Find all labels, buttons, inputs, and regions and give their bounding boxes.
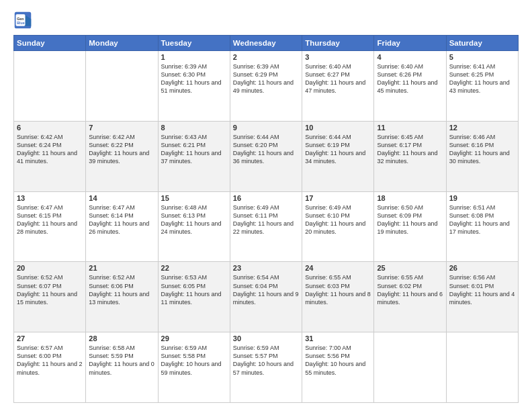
day-info: Sunrise: 6:39 AM Sunset: 6:29 PM Dayligh… [233,62,299,95]
calendar-cell: 24Sunrise: 6:55 AM Sunset: 6:03 PM Dayli… [302,262,374,332]
day-info: Sunrise: 6:44 AM Sunset: 6:19 PM Dayligh… [305,133,371,166]
day-number: 3 [305,53,371,61]
day-number: 9 [233,124,299,132]
calendar-cell: 5Sunrise: 6:41 AM Sunset: 6:25 PM Daylig… [446,51,518,122]
calendar-cell [86,51,158,122]
calendar-cell [446,332,518,403]
calendar-cell: 30Sunrise: 6:59 AM Sunset: 5:57 PM Dayli… [230,332,302,403]
calendar-cell: 29Sunrise: 6:59 AM Sunset: 5:58 PM Dayli… [158,332,230,403]
calendar-week-row: 27Sunrise: 6:57 AM Sunset: 6:00 PM Dayli… [14,332,519,403]
day-info: Sunrise: 6:50 AM Sunset: 6:09 PM Dayligh… [377,203,443,236]
calendar-cell: 1Sunrise: 6:39 AM Sunset: 6:30 PM Daylig… [158,51,230,122]
day-info: Sunrise: 6:46 AM Sunset: 6:16 PM Dayligh… [449,133,515,166]
day-number: 27 [17,334,83,342]
weekday-header: Sunday [14,36,86,51]
day-info: Sunrise: 6:56 AM Sunset: 6:01 PM Dayligh… [449,273,515,306]
calendar-cell: 20Sunrise: 6:52 AM Sunset: 6:07 PM Dayli… [14,262,86,332]
day-number: 14 [89,194,154,202]
day-info: Sunrise: 6:59 AM Sunset: 5:57 PM Dayligh… [233,344,299,377]
day-number: 7 [89,124,154,132]
day-number: 18 [377,194,443,202]
calendar-cell: 11Sunrise: 6:45 AM Sunset: 6:17 PM Dayli… [374,121,446,191]
day-number: 11 [377,124,443,132]
logo: Gen Blue [13,11,35,30]
calendar-cell: 8Sunrise: 6:43 AM Sunset: 6:21 PM Daylig… [158,121,230,191]
calendar-cell: 10Sunrise: 6:44 AM Sunset: 6:19 PM Dayli… [302,121,374,191]
day-info: Sunrise: 6:47 AM Sunset: 6:14 PM Dayligh… [89,203,154,236]
day-info: Sunrise: 6:57 AM Sunset: 6:00 PM Dayligh… [17,344,83,377]
logo-icon: Gen Blue [13,11,32,30]
day-info: Sunrise: 6:51 AM Sunset: 6:08 PM Dayligh… [449,203,515,236]
weekday-header: Friday [374,36,446,51]
day-number: 30 [233,334,299,342]
calendar-cell: 3Sunrise: 6:40 AM Sunset: 6:27 PM Daylig… [302,51,374,122]
calendar-cell: 28Sunrise: 6:58 AM Sunset: 5:59 PM Dayli… [86,332,158,403]
calendar-cell: 19Sunrise: 6:51 AM Sunset: 6:08 PM Dayli… [446,191,518,262]
day-info: Sunrise: 6:43 AM Sunset: 6:21 PM Dayligh… [161,133,227,166]
day-number: 21 [89,264,154,272]
calendar-cell: 15Sunrise: 6:48 AM Sunset: 6:13 PM Dayli… [158,191,230,262]
day-info: Sunrise: 6:42 AM Sunset: 6:24 PM Dayligh… [17,133,83,166]
page: Gen Blue SundayMondayTuesdayWednesdayThu… [0,0,532,411]
calendar-cell: 18Sunrise: 6:50 AM Sunset: 6:09 PM Dayli… [374,191,446,262]
calendar-week-row: 6Sunrise: 6:42 AM Sunset: 6:24 PM Daylig… [14,121,519,191]
header-row: SundayMondayTuesdayWednesdayThursdayFrid… [14,36,519,51]
day-number: 20 [17,264,83,272]
header: Gen Blue [13,11,519,30]
weekday-header: Tuesday [158,36,230,51]
day-number: 19 [449,194,515,202]
calendar-cell: 12Sunrise: 6:46 AM Sunset: 6:16 PM Dayli… [446,121,518,191]
day-info: Sunrise: 6:58 AM Sunset: 5:59 PM Dayligh… [89,344,154,377]
calendar-cell: 23Sunrise: 6:54 AM Sunset: 6:04 PM Dayli… [230,262,302,332]
day-number: 15 [161,194,227,202]
day-info: Sunrise: 6:52 AM Sunset: 6:06 PM Dayligh… [89,273,154,306]
day-info: Sunrise: 6:39 AM Sunset: 6:30 PM Dayligh… [161,62,227,95]
day-info: Sunrise: 6:49 AM Sunset: 6:10 PM Dayligh… [305,203,371,236]
calendar-cell: 26Sunrise: 6:56 AM Sunset: 6:01 PM Dayli… [446,262,518,332]
weekday-header: Saturday [446,36,518,51]
calendar-week-row: 13Sunrise: 6:47 AM Sunset: 6:15 PM Dayli… [14,191,519,262]
weekday-header: Wednesday [230,36,302,51]
weekday-header: Monday [86,36,158,51]
day-info: Sunrise: 6:53 AM Sunset: 6:05 PM Dayligh… [161,273,227,306]
day-number: 17 [305,194,371,202]
day-number: 12 [449,124,515,132]
calendar-cell: 7Sunrise: 6:42 AM Sunset: 6:22 PM Daylig… [86,121,158,191]
day-number: 1 [161,53,227,61]
day-number: 22 [161,264,227,272]
calendar-cell: 9Sunrise: 6:44 AM Sunset: 6:20 PM Daylig… [230,121,302,191]
calendar-cell: 31Sunrise: 7:00 AM Sunset: 5:56 PM Dayli… [302,332,374,403]
day-info: Sunrise: 6:49 AM Sunset: 6:11 PM Dayligh… [233,203,299,236]
calendar-cell: 14Sunrise: 6:47 AM Sunset: 6:14 PM Dayli… [86,191,158,262]
day-number: 25 [377,264,443,272]
day-info: Sunrise: 6:59 AM Sunset: 5:58 PM Dayligh… [161,344,227,377]
day-number: 8 [161,124,227,132]
calendar-week-row: 20Sunrise: 6:52 AM Sunset: 6:07 PM Dayli… [14,262,519,332]
day-info: Sunrise: 6:42 AM Sunset: 6:22 PM Dayligh… [89,133,154,166]
day-info: Sunrise: 7:00 AM Sunset: 5:56 PM Dayligh… [305,344,371,377]
calendar-week-row: 1Sunrise: 6:39 AM Sunset: 6:30 PM Daylig… [14,51,519,122]
calendar-cell: 13Sunrise: 6:47 AM Sunset: 6:15 PM Dayli… [14,191,86,262]
svg-text:Gen: Gen [17,17,24,21]
day-info: Sunrise: 6:40 AM Sunset: 6:26 PM Dayligh… [377,62,443,95]
calendar-cell [374,332,446,403]
day-info: Sunrise: 6:48 AM Sunset: 6:13 PM Dayligh… [161,203,227,236]
day-number: 26 [449,264,515,272]
day-info: Sunrise: 6:54 AM Sunset: 6:04 PM Dayligh… [233,273,299,306]
calendar-body: 1Sunrise: 6:39 AM Sunset: 6:30 PM Daylig… [14,51,519,403]
calendar-cell: 22Sunrise: 6:53 AM Sunset: 6:05 PM Dayli… [158,262,230,332]
day-info: Sunrise: 6:40 AM Sunset: 6:27 PM Dayligh… [305,62,371,95]
day-number: 28 [89,334,154,342]
day-number: 5 [449,53,515,61]
calendar-cell: 27Sunrise: 6:57 AM Sunset: 6:00 PM Dayli… [14,332,86,403]
day-number: 31 [305,334,371,342]
day-number: 23 [233,264,299,272]
calendar-cell [14,51,86,122]
day-info: Sunrise: 6:55 AM Sunset: 6:03 PM Dayligh… [305,273,371,306]
calendar-table: SundayMondayTuesdayWednesdayThursdayFrid… [13,35,519,403]
day-info: Sunrise: 6:55 AM Sunset: 6:02 PM Dayligh… [377,273,443,306]
day-info: Sunrise: 6:52 AM Sunset: 6:07 PM Dayligh… [17,273,83,306]
day-info: Sunrise: 6:41 AM Sunset: 6:25 PM Dayligh… [449,62,515,95]
day-number: 10 [305,124,371,132]
calendar-cell: 25Sunrise: 6:55 AM Sunset: 6:02 PM Dayli… [374,262,446,332]
